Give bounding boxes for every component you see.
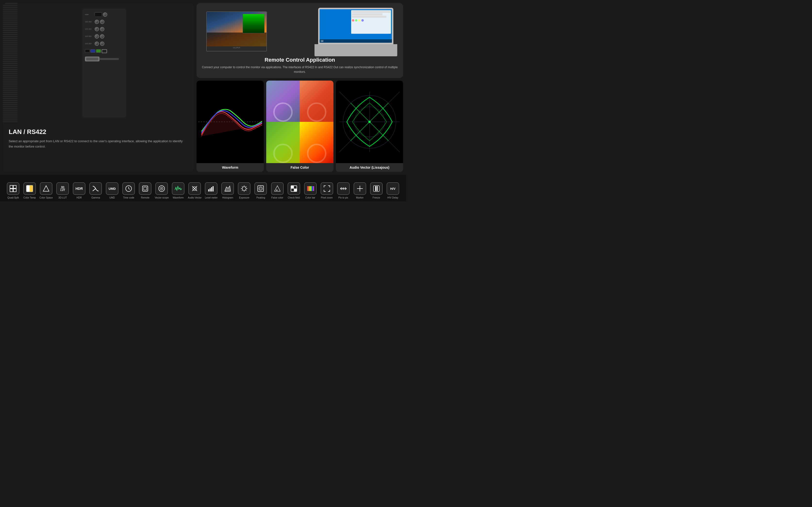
audio-vector-card: Audio Vector (Lissajous) [336,80,403,172]
icon-check-field: Check field [287,182,301,199]
icon-label-color-temp: Color Temp [23,196,36,199]
rc-title: Remote Control Application [201,57,398,63]
svg-line-20 [129,188,130,189]
icon-box-remote[interactable] [139,182,152,195]
sdi-label-2: 12G-SDI [85,28,94,30]
icon-label-vectorscope: Vector scope [155,196,169,199]
icon-3dlut: 3D LUT 3D-LUT [55,182,70,199]
monitor-unit: LILLIPUT [206,11,267,51]
icon-label-3dlut: 3D-LUT [58,196,67,199]
icon-box-waveform-bar[interactable] [172,182,184,195]
cable-connector-inner [86,58,98,60]
lan-title: LAN / RS422 [9,128,188,136]
laptop-unit: ⊞ [318,8,393,56]
win-taskbar: ⊞ [320,39,392,43]
icon-label-exposure: Exposure [239,196,249,199]
sdi-port-2b [100,27,104,31]
audio-vector-bg [336,80,403,163]
svg-line-40 [242,186,242,187]
icon-remote: Remote [138,182,153,199]
icon-box-color-temp[interactable] [23,182,36,195]
svg-rect-52 [294,188,297,191]
icon-box-gamma[interactable] [89,182,102,195]
icon-box-timecode[interactable] [122,182,135,195]
icon-marker: Marker [353,182,367,199]
hdmi-label: HDMI [85,14,94,15]
cable-wire [100,58,119,60]
icon-box-umd[interactable]: UMD [106,182,118,195]
gamma-icon [92,185,99,192]
icon-label-hv-delay: H/V Delay [387,196,398,199]
icon-box-false-color-bar[interactable]: B [271,182,284,195]
icon-box-vectorscope[interactable] [155,182,168,195]
svg-rect-21 [142,186,148,191]
icon-box-quad-split[interactable] [7,182,19,195]
monitor-screen [207,12,267,46]
rc-description: Connect your computer to control the mon… [201,65,398,74]
sdi-label-4: 12G-SDI [85,43,94,44]
icon-box-level-meter[interactable] [205,182,218,195]
icon-box-color-space[interactable] [40,182,52,195]
sdi-label-3: 12G-SDI [85,36,94,37]
remote-control-card: LILLIPUT [196,3,403,78]
icon-box-3dlut[interactable]: 3D LUT [56,182,69,195]
inset-screen-display [243,14,264,33]
icon-box-hdr[interactable]: HDR [73,182,85,195]
fc-circle-3 [273,144,293,163]
icon-box-freeze[interactable] [370,182,383,195]
hv-delay-text: H/V [390,187,396,190]
fc-circle-2 [307,102,327,122]
svg-rect-56 [311,186,312,191]
svg-point-35 [242,187,246,190]
color-space-icon [43,185,50,192]
icon-box-histogram[interactable] [221,182,234,195]
fc-circle-1 [273,102,293,122]
icon-box-peaking[interactable] [254,182,267,195]
win-panel [351,10,391,34]
gpi-port [85,49,90,53]
false-color-bar-icon: B [274,185,281,192]
pixel-zoom-icon [323,185,331,192]
waveform-label: Waveform [196,163,264,172]
icon-label-umd: UMD [109,196,115,199]
icon-box-pix-to-pix[interactable] [337,182,350,195]
icon-box-audio-vector-bar[interactable] [188,182,201,195]
icon-gamma: Gamma [88,182,103,199]
right-panel: LILLIPUT [196,3,403,172]
svg-rect-15 [26,185,30,192]
rs422-in-port [91,49,95,53]
icon-label-peaking: Peaking [256,196,265,199]
icon-box-check-field[interactable] [288,182,300,195]
fc-quadrant-br [300,122,334,163]
sdi-port-3a [95,34,99,39]
dot-yellow [358,19,361,21]
icon-box-hv-delay[interactable]: H/V [387,182,399,195]
back-panel-art: HDMI 12G-SDI 12G-SDI [3,3,194,123]
sdi-port-1a [95,20,99,24]
3dlut-bottom-label: LUT [60,188,65,191]
audio-vector-bar-icon [191,185,198,192]
peaking-icon [257,185,264,192]
icon-label-pix-to-pix: Pix to pix [338,196,348,199]
umd-label-text: UMD [109,187,116,190]
icon-box-exposure[interactable] [238,182,250,195]
svg-rect-22 [144,187,147,190]
icon-box-color-bar[interactable] [304,182,317,195]
quad-split-icon [9,185,17,192]
color-temp-icon [26,185,33,192]
icon-box-pixel-zoom[interactable] [321,182,333,195]
icon-box-marker[interactable] [354,182,366,195]
pix-to-pix-icon [340,185,347,192]
color-bar-icon [307,185,314,192]
exposure-icon [240,185,248,192]
gpi-row [85,49,124,53]
icon-label-audio-vector-bar: Audio Vector [188,196,202,199]
svg-rect-51 [291,186,294,188]
icon-color-temp: Color Temp [22,182,37,199]
feature-cards-row: Waveform [196,80,403,172]
cable-area [85,57,124,61]
hdmi-port [95,12,102,17]
monitor-base: LILLIPUT [207,46,267,51]
svg-rect-30 [210,188,211,191]
icon-label-marker: Marker [356,196,363,199]
